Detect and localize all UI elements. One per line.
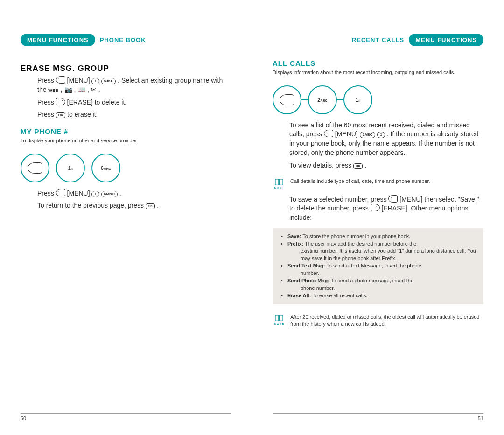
note-icon: NOTE: [273, 178, 286, 189]
all-calls-p2: To view details, press OK .: [289, 161, 483, 170]
ok-key-icon: OK: [146, 203, 155, 209]
softkey-right-icon: [371, 204, 380, 211]
softkey-right-icon: [56, 98, 65, 105]
header-breadcrumb: RECENT CALLS: [352, 36, 404, 43]
header-pill: MENU FUNCTIONS: [409, 34, 483, 46]
header-breadcrumb: PHONE BOOK: [100, 36, 146, 43]
key-1-icon: 1: [91, 78, 99, 84]
heading-my-phone: MY PHONE #: [21, 127, 231, 135]
erase-step2: Press [ERASE] to delete it.: [37, 98, 231, 107]
book-icon: 📖: [77, 86, 85, 93]
key-1-icon: 1: [377, 132, 385, 138]
key-2-icon: 2ABC: [360, 132, 376, 138]
key-6-circle-icon: 6MNO: [91, 154, 120, 182]
heading-all-calls: ALL CALLS: [273, 59, 483, 67]
key-6-icon: 6MNO: [101, 191, 118, 197]
header-left: MENU FUNCTIONS PHONE BOOK: [21, 34, 231, 46]
web-text: WEB: [48, 88, 59, 93]
envelope-icon: ✉: [91, 86, 97, 93]
my-phone-desc: To display your phone number and service…: [21, 137, 231, 144]
ok-key-icon: OK: [353, 163, 363, 169]
option-erase-all: Erase All: To erase all recent calls.: [287, 292, 477, 300]
option-send-photo-cont: phone number.: [279, 285, 477, 292]
option-save: Save: To store the phone number in your …: [287, 233, 477, 240]
key-sequence-my-phone: 1⌂ 6MNO: [21, 154, 231, 182]
header-pill: MENU FUNCTIONS: [21, 34, 95, 46]
page-right: RECENT CALLS MENU FUNCTIONS ALL CALLS Di…: [252, 0, 504, 435]
my-phone-step2: To return to the previous page, press OK…: [37, 201, 231, 210]
note-text: Call details include type of call, date,…: [290, 178, 430, 189]
erase-step3: Press OK to erase it.: [37, 110, 231, 119]
page-number-left: 50: [21, 413, 231, 421]
softkey-circle-icon: [21, 154, 49, 182]
camera-icon: 📷: [64, 86, 72, 93]
page-left: MENU FUNCTIONS PHONE BOOK ERASE MSG. GRO…: [0, 0, 252, 435]
erase-step1: Press [MENU] 1 5JKL . Select an existing…: [37, 76, 231, 94]
option-send-text: Send Text Msg: To send a Text Message, i…: [287, 262, 477, 270]
note-icon: NOTE: [273, 314, 286, 328]
key-2-circle-icon: 2ABC: [308, 85, 337, 114]
my-phone-step1: Press [MENU] 1 6MNO .: [37, 189, 231, 198]
key-sequence-all-calls: 2ABC 1⌂: [273, 85, 483, 114]
note-history: NOTE After 20 received, dialed or missed…: [273, 314, 483, 328]
menu-options-box: Save: To store the phone number in your …: [273, 228, 483, 304]
header-right: RECENT CALLS MENU FUNCTIONS: [273, 34, 483, 46]
key-5-icon: 5JKL: [101, 78, 116, 84]
softkey-left-icon: [56, 189, 65, 196]
softkey-left-icon: [324, 130, 333, 137]
softkey-left-icon: [388, 195, 398, 203]
all-calls-desc: Displays information about the most rece…: [273, 69, 483, 76]
option-prefix: Prefix: The user may add the desired num…: [287, 240, 477, 248]
all-calls-p3: To save a selected number, press [MENU] …: [289, 195, 483, 223]
softkey-circle-icon: [273, 85, 301, 114]
ok-key-icon: OK: [56, 112, 66, 118]
all-calls-p1: To see a list of the 60 most recent rece…: [289, 121, 483, 157]
key-1-circle-icon: 1⌂: [343, 85, 372, 114]
softkey-left-icon: [56, 76, 65, 84]
heading-erase-msg-group: ERASE MSG. GROUP: [21, 64, 231, 73]
option-send-photo: Send Photo Msg: To send a photo message,…: [287, 277, 477, 285]
page-number-right: 51: [273, 413, 483, 421]
note-text: After 20 received, dialed or missed call…: [290, 314, 483, 328]
option-send-text-cont: number.: [279, 270, 477, 277]
option-prefix-cont: existing number. It is useful when you a…: [279, 247, 477, 262]
key-1-icon: 1: [91, 191, 99, 197]
key-1-circle-icon: 1⌂: [56, 154, 85, 182]
note-call-details: NOTE Call details include type of call, …: [273, 178, 483, 189]
